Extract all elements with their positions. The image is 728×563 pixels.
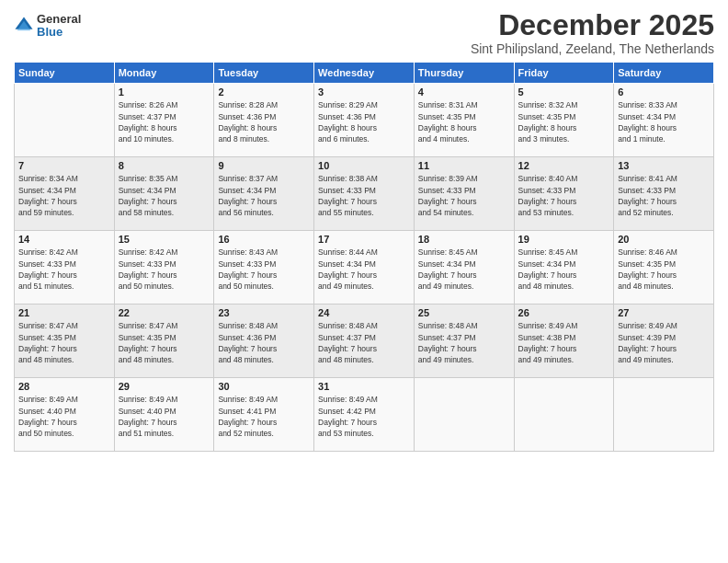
day-cell: 23Sunrise: 8:48 AM Sunset: 4:36 PM Dayli…: [214, 304, 314, 378]
day-info: Sunrise: 8:43 AM Sunset: 4:33 PM Dayligh…: [218, 247, 310, 292]
calendar-table: SundayMondayTuesdayWednesdayThursdayFrid…: [14, 62, 714, 452]
day-number: 28: [18, 381, 110, 392]
title-area: December 2025 Sint Philipsland, Zeeland,…: [471, 9, 714, 56]
day-cell: 28Sunrise: 8:49 AM Sunset: 4:40 PM Dayli…: [15, 378, 115, 452]
logo-general: General: [37, 13, 81, 26]
day-number: 31: [318, 381, 410, 392]
day-number: 2: [218, 86, 310, 98]
day-number: 23: [218, 307, 310, 318]
day-cell: 3Sunrise: 8:29 AM Sunset: 4:36 PM Daylig…: [314, 84, 415, 157]
day-info: Sunrise: 8:49 AM Sunset: 4:39 PM Dayligh…: [618, 320, 710, 365]
day-number: 19: [518, 234, 610, 245]
day-number: 12: [518, 160, 610, 171]
day-cell: 29Sunrise: 8:49 AM Sunset: 4:40 PM Dayli…: [114, 378, 214, 452]
calendar-body: 1Sunrise: 8:26 AM Sunset: 4:37 PM Daylig…: [15, 84, 714, 452]
day-info: Sunrise: 8:48 AM Sunset: 4:36 PM Dayligh…: [218, 320, 310, 365]
header-cell-friday: Friday: [514, 63, 614, 84]
week-row-2: 14Sunrise: 8:42 AM Sunset: 4:33 PM Dayli…: [15, 231, 714, 304]
page-container: General Blue December 2025 Sint Philipsl…: [0, 0, 728, 459]
header-cell-monday: Monday: [114, 63, 214, 84]
day-cell: 18Sunrise: 8:45 AM Sunset: 4:34 PM Dayli…: [414, 231, 514, 304]
day-cell: 21Sunrise: 8:47 AM Sunset: 4:35 PM Dayli…: [15, 304, 115, 378]
day-cell: 16Sunrise: 8:43 AM Sunset: 4:33 PM Dayli…: [214, 231, 314, 304]
day-info: Sunrise: 8:34 AM Sunset: 4:34 PM Dayligh…: [18, 173, 110, 218]
day-info: Sunrise: 8:49 AM Sunset: 4:41 PM Dayligh…: [218, 394, 310, 439]
day-number: 24: [318, 307, 410, 318]
header-cell-tuesday: Tuesday: [214, 63, 314, 84]
day-number: 1: [119, 86, 210, 98]
day-number: 16: [218, 234, 310, 245]
day-info: Sunrise: 8:31 AM Sunset: 4:35 PM Dayligh…: [418, 99, 510, 144]
day-cell: 14Sunrise: 8:42 AM Sunset: 4:33 PM Dayli…: [15, 231, 115, 304]
week-row-3: 21Sunrise: 8:47 AM Sunset: 4:35 PM Dayli…: [15, 304, 714, 378]
day-number: 25: [418, 307, 510, 318]
day-info: Sunrise: 8:48 AM Sunset: 4:37 PM Dayligh…: [318, 320, 410, 365]
day-cell: 12Sunrise: 8:40 AM Sunset: 4:33 PM Dayli…: [514, 157, 614, 231]
day-number: 29: [119, 381, 210, 392]
day-info: Sunrise: 8:47 AM Sunset: 4:35 PM Dayligh…: [119, 320, 210, 365]
day-cell: 10Sunrise: 8:38 AM Sunset: 4:33 PM Dayli…: [314, 157, 415, 231]
day-info: Sunrise: 8:49 AM Sunset: 4:40 PM Dayligh…: [18, 394, 110, 439]
day-cell: 5Sunrise: 8:32 AM Sunset: 4:35 PM Daylig…: [514, 84, 614, 157]
day-info: Sunrise: 8:44 AM Sunset: 4:34 PM Dayligh…: [318, 247, 410, 292]
day-info: Sunrise: 8:49 AM Sunset: 4:38 PM Dayligh…: [518, 320, 610, 365]
week-row-4: 28Sunrise: 8:49 AM Sunset: 4:40 PM Dayli…: [15, 378, 714, 452]
month-title: December 2025: [471, 9, 714, 41]
day-number: 6: [618, 86, 710, 98]
day-info: Sunrise: 8:35 AM Sunset: 4:34 PM Dayligh…: [119, 173, 210, 218]
day-cell: 2Sunrise: 8:28 AM Sunset: 4:36 PM Daylig…: [214, 84, 314, 157]
day-info: Sunrise: 8:28 AM Sunset: 4:36 PM Dayligh…: [218, 99, 310, 144]
day-number: 15: [119, 234, 210, 245]
day-info: Sunrise: 8:49 AM Sunset: 4:42 PM Dayligh…: [318, 394, 410, 439]
day-number: 26: [518, 307, 610, 318]
day-cell: 27Sunrise: 8:49 AM Sunset: 4:39 PM Dayli…: [614, 304, 714, 378]
location: Sint Philipsland, Zeeland, The Netherlan…: [471, 41, 714, 56]
header-cell-saturday: Saturday: [614, 63, 714, 84]
day-number: 10: [318, 160, 410, 171]
day-cell: 8Sunrise: 8:35 AM Sunset: 4:34 PM Daylig…: [114, 157, 214, 231]
day-number: 5: [518, 86, 610, 98]
day-cell: [614, 378, 714, 452]
day-number: 4: [418, 86, 510, 98]
day-info: Sunrise: 8:49 AM Sunset: 4:40 PM Dayligh…: [119, 394, 210, 439]
logo-blue: Blue: [37, 26, 81, 39]
day-cell: 24Sunrise: 8:48 AM Sunset: 4:37 PM Dayli…: [314, 304, 415, 378]
day-number: 7: [18, 160, 110, 171]
day-number: 30: [218, 381, 310, 392]
day-cell: 30Sunrise: 8:49 AM Sunset: 4:41 PM Dayli…: [214, 378, 314, 452]
day-info: Sunrise: 8:45 AM Sunset: 4:34 PM Dayligh…: [418, 247, 510, 292]
day-info: Sunrise: 8:45 AM Sunset: 4:34 PM Dayligh…: [518, 247, 610, 292]
day-cell: 11Sunrise: 8:39 AM Sunset: 4:33 PM Dayli…: [414, 157, 514, 231]
day-info: Sunrise: 8:29 AM Sunset: 4:36 PM Dayligh…: [318, 99, 410, 144]
day-info: Sunrise: 8:26 AM Sunset: 4:37 PM Dayligh…: [119, 99, 210, 144]
day-info: Sunrise: 8:39 AM Sunset: 4:33 PM Dayligh…: [418, 173, 510, 218]
day-number: 21: [18, 307, 110, 318]
day-cell: 22Sunrise: 8:47 AM Sunset: 4:35 PM Dayli…: [114, 304, 214, 378]
day-info: Sunrise: 8:47 AM Sunset: 4:35 PM Dayligh…: [18, 320, 110, 365]
day-info: Sunrise: 8:48 AM Sunset: 4:37 PM Dayligh…: [418, 320, 510, 365]
day-cell: 9Sunrise: 8:37 AM Sunset: 4:34 PM Daylig…: [214, 157, 314, 231]
day-number: 8: [119, 160, 210, 171]
day-cell: 20Sunrise: 8:46 AM Sunset: 4:35 PM Dayli…: [614, 231, 714, 304]
day-cell: 26Sunrise: 8:49 AM Sunset: 4:38 PM Dayli…: [514, 304, 614, 378]
day-number: 20: [618, 234, 710, 245]
day-cell: 7Sunrise: 8:34 AM Sunset: 4:34 PM Daylig…: [15, 157, 115, 231]
day-cell: 17Sunrise: 8:44 AM Sunset: 4:34 PM Dayli…: [314, 231, 415, 304]
day-number: 11: [418, 160, 510, 171]
week-row-0: 1Sunrise: 8:26 AM Sunset: 4:37 PM Daylig…: [15, 84, 714, 157]
day-number: 17: [318, 234, 410, 245]
day-number: 22: [119, 307, 210, 318]
header-cell-thursday: Thursday: [414, 63, 514, 84]
header: General Blue December 2025 Sint Philipsl…: [14, 9, 714, 56]
header-row: SundayMondayTuesdayWednesdayThursdayFrid…: [15, 63, 714, 84]
day-number: 27: [618, 307, 710, 318]
day-number: 9: [218, 160, 310, 171]
day-cell: [514, 378, 614, 452]
day-cell: 31Sunrise: 8:49 AM Sunset: 4:42 PM Dayli…: [314, 378, 415, 452]
header-cell-wednesday: Wednesday: [314, 63, 415, 84]
header-cell-sunday: Sunday: [15, 63, 115, 84]
day-info: Sunrise: 8:33 AM Sunset: 4:34 PM Dayligh…: [618, 99, 710, 144]
day-info: Sunrise: 8:42 AM Sunset: 4:33 PM Dayligh…: [18, 247, 110, 292]
logo-text: General Blue: [37, 13, 81, 40]
day-info: Sunrise: 8:38 AM Sunset: 4:33 PM Dayligh…: [318, 173, 410, 218]
